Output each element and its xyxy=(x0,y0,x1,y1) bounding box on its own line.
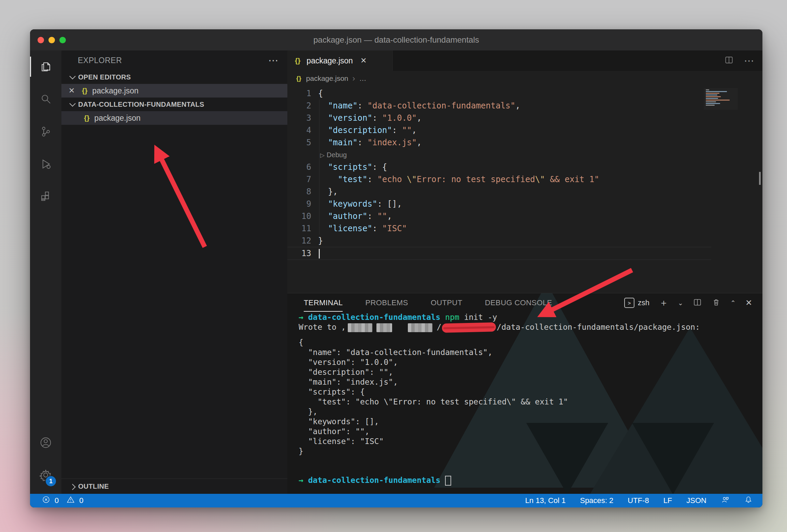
terminal-output-line: "author": "", xyxy=(299,427,762,437)
warning-count[interactable]: 0 xyxy=(79,496,83,505)
line-number: 6 xyxy=(287,161,311,173)
tab-output[interactable]: OUTPUT xyxy=(431,298,462,307)
code-line-8: 8 }, xyxy=(287,186,762,198)
outline-section-header[interactable]: OUTLINE xyxy=(61,478,287,494)
zoom-window-button[interactable] xyxy=(59,37,66,43)
minimize-window-button[interactable] xyxy=(48,37,55,43)
tab-package-json[interactable]: {} package.json ✕ xyxy=(287,50,393,71)
run-debug-icon[interactable] xyxy=(30,148,61,180)
notifications-bell-icon[interactable] xyxy=(744,495,753,506)
open-editor-item-package-json[interactable]: ✕ {} package.json xyxy=(61,84,287,98)
eol-sequence[interactable]: LF xyxy=(663,496,672,505)
code-line-9: 9 "keywords": [], xyxy=(287,198,762,210)
activity-bar: 1 xyxy=(30,50,61,494)
workspace-section-header[interactable]: DATA-COLLECTION-FUNDAMENTALS xyxy=(61,98,287,111)
terminal-wrote-line: Wrote to ,//data-collection-fundamentals… xyxy=(299,322,762,332)
terminal-prompt-line: → data-collection-fundamentals xyxy=(299,475,762,485)
tree-file-label: package.json xyxy=(94,114,141,123)
code-line-4: 4 "description": "", xyxy=(287,124,762,136)
encoding[interactable]: UTF-8 xyxy=(628,496,649,505)
terminal-content[interactable]: → data-collection-fundamentals npm init … xyxy=(287,312,762,494)
tab-terminal[interactable]: TERMINAL xyxy=(304,298,343,307)
tree-item-package-json[interactable]: {} package.json xyxy=(61,111,287,125)
settings-gear-icon[interactable]: 1 xyxy=(30,459,61,491)
more-actions-icon[interactable]: ⋯ xyxy=(268,57,278,64)
redacted-pixel-block xyxy=(376,323,392,332)
code-line-12: 12} xyxy=(287,235,762,247)
code-line-2: 2 "name": "data-collection-fundamentals"… xyxy=(287,100,762,112)
editor-tab-bar: {} package.json ✕ ⋯ xyxy=(287,50,762,71)
redacted-pixel-block xyxy=(348,323,372,332)
codelens-debug[interactable]: ▷Debug xyxy=(287,149,762,161)
terminal-panel: TERMINAL PROBLEMS OUTPUT DEBUG CONSOLE >… xyxy=(287,293,762,494)
error-count[interactable]: 0 xyxy=(55,496,59,505)
line-number: 3 xyxy=(287,112,311,124)
terminal-dropdown-icon[interactable]: ⌄ xyxy=(678,299,683,307)
indentation[interactable]: Spaces: 2 xyxy=(580,496,613,505)
minimap[interactable] xyxy=(704,88,738,110)
line-number: 10 xyxy=(287,210,311,222)
extensions-icon[interactable] xyxy=(30,180,61,212)
close-icon[interactable]: ✕ xyxy=(61,86,82,95)
terminal-output-line: "version": "1.0.0", xyxy=(299,357,762,367)
terminal-command-line: → data-collection-fundamentals npm init … xyxy=(299,312,762,322)
explorer-icon[interactable] xyxy=(30,50,61,83)
json-file-icon: {} xyxy=(296,75,301,82)
breadcrumb-file[interactable]: package.json xyxy=(306,74,348,83)
warnings-icon[interactable] xyxy=(66,495,75,506)
source-control-icon[interactable] xyxy=(30,115,61,148)
accounts-icon[interactable] xyxy=(30,426,61,459)
settings-badge: 1 xyxy=(45,475,57,487)
shell-selector[interactable]: > zsh xyxy=(624,298,649,308)
terminal-output-line: "description": "", xyxy=(299,367,762,377)
split-editor-icon[interactable] xyxy=(724,55,734,66)
editor-more-actions-icon[interactable]: ⋯ xyxy=(744,59,754,62)
search-icon[interactable] xyxy=(30,83,61,115)
explorer-sidebar: EXPLORER ⋯ OPEN EDITORS ✕ {} package.jso… xyxy=(61,50,287,494)
chevron-down-icon xyxy=(69,100,75,106)
code-line-3: 3 "version": "1.0.0", xyxy=(287,112,762,124)
code-line-1: 1{ xyxy=(287,87,762,100)
line-number: 5 xyxy=(287,136,311,149)
window-title: package.json — data-collection-fundament… xyxy=(313,35,479,45)
window-controls xyxy=(38,29,66,50)
play-triangle-icon: ▷ xyxy=(320,152,325,159)
json-file-icon: {} xyxy=(295,57,300,65)
code-line-6: 6 "scripts": { xyxy=(287,161,762,173)
open-editors-section-header[interactable]: OPEN EDITORS xyxy=(61,70,287,84)
kill-terminal-icon[interactable] xyxy=(712,298,721,308)
line-number: 9 xyxy=(287,198,311,210)
terminal-output-line: }, xyxy=(299,407,762,417)
errors-icon[interactable] xyxy=(42,495,51,506)
terminal-output-line: "main": "index.js", xyxy=(299,377,762,387)
json-file-icon: {} xyxy=(84,114,89,122)
line-number: 2 xyxy=(287,100,311,112)
editor-scrollbar[interactable] xyxy=(759,172,761,185)
indent-guide xyxy=(319,100,319,235)
open-editor-file-label: package.json xyxy=(92,86,139,95)
code-editor[interactable]: 1{2 "name": "data-collection-fundamental… xyxy=(287,86,762,293)
terminal-actions: > zsh ＋ ⌄ ⌃ ✕ xyxy=(624,293,752,312)
close-panel-icon[interactable]: ✕ xyxy=(745,298,752,308)
cursor-position[interactable]: Ln 13, Col 1 xyxy=(525,496,566,505)
close-tab-icon[interactable]: ✕ xyxy=(360,56,367,65)
terminal-json-output: { "name": "data-collection-fundamentals"… xyxy=(299,338,762,456)
code-line-10: 10 "author": "", xyxy=(287,210,762,222)
titlebar: package.json — data-collection-fundament… xyxy=(30,29,762,50)
terminal-output-line: { xyxy=(299,338,762,348)
code-lines: 1{2 "name": "data-collection-fundamental… xyxy=(287,86,762,260)
split-terminal-icon[interactable] xyxy=(693,298,702,308)
terminal-output-line: "test": "echo \"Error: no test specified… xyxy=(299,397,762,407)
new-terminal-icon[interactable]: ＋ xyxy=(659,297,668,309)
breadcrumb-more[interactable]: … xyxy=(359,74,367,83)
close-window-button[interactable] xyxy=(38,37,44,43)
feedback-icon[interactable] xyxy=(721,495,730,506)
vscode-window: package.json — data-collection-fundament… xyxy=(30,29,762,507)
line-number: 8 xyxy=(287,186,311,198)
language-mode[interactable]: JSON xyxy=(686,496,706,505)
tab-debug-console[interactable]: DEBUG CONSOLE xyxy=(485,298,552,307)
editor-cursor xyxy=(319,249,320,258)
breadcrumb[interactable]: {} package.json › … xyxy=(287,71,762,86)
maximize-panel-icon[interactable]: ⌃ xyxy=(730,299,736,307)
tab-problems[interactable]: PROBLEMS xyxy=(365,298,408,307)
